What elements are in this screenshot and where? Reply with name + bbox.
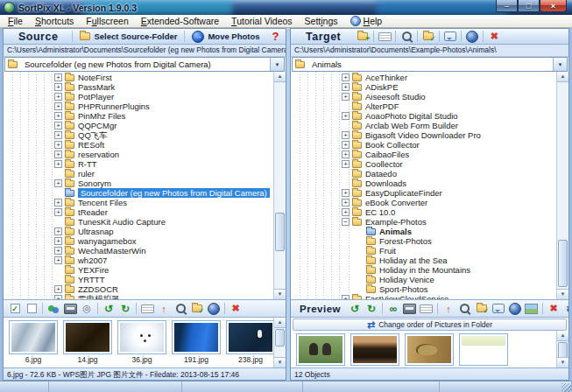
checkbox-empty-icon[interactable]: [24, 302, 39, 315]
tree-expander-icon[interactable]: +: [342, 112, 350, 120]
tree-item[interactable]: +eBook Converter: [291, 198, 556, 207]
thumbnail[interactable]: 238.jpg: [226, 320, 275, 364]
resize-grip[interactable]: [561, 383, 571, 392]
tree-expander-icon[interactable]: +: [342, 199, 350, 206]
minimize-button[interactable]: –: [496, 0, 518, 12]
tree-expander-icon[interactable]: +: [54, 256, 62, 264]
tree-item[interactable]: +PassMark: [4, 82, 273, 92]
tree-item[interactable]: Holiday in the Mountains: [291, 265, 556, 275]
tree-item[interactable]: +PHPRunnerPlugins: [4, 102, 273, 111]
feedback-icon[interactable]: [442, 30, 458, 43]
tree-item[interactable]: AlterPDF: [291, 102, 556, 111]
tree-item[interactable]: YRTTT: [4, 275, 273, 284]
tree-item[interactable]: Sourcefolder (eg new Photos from Digital…: [4, 188, 273, 198]
change-order-button[interactable]: ⇄ Change order of Pictures in Folder: [293, 318, 567, 331]
tree-expander-icon[interactable]: +: [342, 83, 350, 91]
tree-item[interactable]: +AoaoPhoto Digital Studio: [291, 111, 556, 121]
slideshow-icon[interactable]: [402, 302, 418, 315]
tree-item[interactable]: +Bigasoft Video Downloader Pro: [291, 130, 556, 140]
scroll-down-icon[interactable]: ▼: [274, 357, 286, 368]
tree-item[interactable]: +wh2007: [4, 256, 273, 265]
thumbnail[interactable]: 191.jpg: [172, 320, 221, 364]
upload-icon[interactable]: ↑: [441, 302, 456, 315]
tree-item[interactable]: Forest-Photos: [291, 236, 556, 246]
tree-item[interactable]: Holiday Venice: [291, 275, 556, 284]
delete-icon[interactable]: ✖: [228, 302, 244, 315]
source-folder-dropdown[interactable]: Sourcefolder (eg new Photos from Digital…: [4, 57, 285, 72]
undo-icon[interactable]: [464, 30, 480, 43]
tree-item[interactable]: +RESoft: [4, 140, 273, 150]
scroll-down-icon[interactable]: ▼: [557, 357, 568, 368]
target-folder-dropdown[interactable]: Animals ▼: [292, 57, 568, 72]
tree-expander-icon[interactable]: +: [54, 285, 62, 293]
tree-expander-icon[interactable]: +: [54, 208, 62, 216]
tree-item[interactable]: +Sonorym: [4, 178, 273, 188]
tree-item[interactable]: YEXFire: [4, 265, 273, 275]
tree-expander-icon[interactable]: +: [342, 93, 350, 101]
rotate-right-icon[interactable]: ↻: [117, 302, 133, 315]
close-button[interactable]: ×: [540, 0, 567, 12]
tree-expander-icon[interactable]: +: [54, 112, 62, 120]
move-photos-button[interactable]: → Move Photos: [187, 31, 265, 43]
tree-item[interactable]: +QQPCMgr: [4, 121, 273, 130]
tree-item[interactable]: +R-TT: [4, 159, 273, 169]
apply-folder-icon[interactable]: [189, 302, 205, 315]
tree-item[interactable]: Animals: [291, 227, 556, 236]
slideshow-icon[interactable]: [62, 302, 78, 315]
audio-icon[interactable]: ◎: [79, 302, 95, 315]
thumbnail[interactable]: 36.jpg: [117, 320, 166, 364]
tree-expander-icon[interactable]: +: [342, 74, 350, 81]
chevron-down-icon[interactable]: ▼: [553, 58, 567, 71]
binoculars-icon[interactable]: ∞: [385, 302, 401, 315]
tree-item[interactable]: −Example-Photos: [291, 217, 556, 227]
tree-item[interactable]: +AceThinker: [291, 73, 556, 82]
tree-item[interactable]: ruler: [4, 169, 273, 178]
menu-item-help[interactable]: ?Help: [344, 16, 389, 26]
apply-folder-icon[interactable]: [474, 302, 490, 315]
help-question-icon[interactable]: ?: [267, 30, 285, 43]
apply-folder-icon[interactable]: [420, 30, 436, 43]
tree-item[interactable]: Dataedo: [291, 169, 556, 178]
tree-expander-icon[interactable]: +: [342, 208, 350, 216]
tree-expander-icon[interactable]: +: [54, 237, 62, 245]
tree-expander-icon[interactable]: +: [342, 141, 350, 149]
tree-item[interactable]: +Tencent Files: [4, 198, 273, 207]
undo-icon[interactable]: [507, 302, 523, 315]
tree-expander-icon[interactable]: +: [54, 160, 62, 168]
tree-item[interactable]: +EasyDuplicateFinder: [291, 188, 556, 198]
tree-expander-icon[interactable]: +: [342, 189, 350, 197]
tree-item[interactable]: Arclab Web Form Builder: [291, 121, 556, 130]
menu-item-shortcuts[interactable]: Shortcuts: [29, 16, 80, 26]
tools-icon[interactable]: [46, 302, 61, 315]
tree-expander-icon[interactable]: −: [342, 218, 350, 226]
thumbnail[interactable]: 14.jpg: [63, 320, 112, 364]
rotate-right-icon[interactable]: ↻: [364, 302, 379, 315]
tree-item[interactable]: +雷电模拟器: [4, 294, 273, 299]
tree-item[interactable]: +ADiskPE: [291, 82, 556, 92]
tree-item[interactable]: +wanyagamebox: [4, 236, 273, 246]
preview-thumbnail-scrollbar[interactable]: ▲ ▼: [556, 331, 568, 368]
tree-item[interactable]: +Ultrasnap: [4, 227, 273, 236]
thumbnail[interactable]: [296, 333, 345, 366]
checkbox-checked-icon[interactable]: ✓: [7, 302, 23, 315]
chevron-down-icon[interactable]: ▼: [270, 58, 284, 71]
tree-expander-icon[interactable]: +: [54, 179, 62, 187]
tree-item[interactable]: +Coollector: [291, 159, 556, 169]
menu-item-tutorial-videos[interactable]: Tutorial Videos: [225, 16, 298, 26]
rotate-left-icon[interactable]: ↺: [347, 302, 363, 315]
tree-item[interactable]: +Book Collector: [291, 140, 556, 150]
scroll-up-icon[interactable]: ▲: [274, 72, 286, 82]
tree-item[interactable]: +ZZDSOCR: [4, 284, 273, 294]
menu-item-fullscreen[interactable]: Fullscreen: [80, 16, 134, 26]
search-icon[interactable]: [457, 302, 473, 315]
tree-item[interactable]: +EC 10.0: [291, 207, 556, 217]
scrollbar-thumb[interactable]: [275, 329, 285, 346]
tree-expander-icon[interactable]: +: [54, 199, 62, 206]
thumbnail[interactable]: 6.jpg: [9, 320, 58, 364]
tree-expander-icon[interactable]: +: [54, 295, 62, 299]
source-thumbnail-scrollbar[interactable]: ▲ ▼: [273, 318, 286, 368]
tree-expander-icon[interactable]: +: [54, 102, 62, 110]
tree-expander-icon[interactable]: +: [342, 295, 350, 299]
scroll-up-icon[interactable]: ▲: [557, 331, 568, 341]
scroll-down-icon[interactable]: ▼: [274, 289, 286, 299]
